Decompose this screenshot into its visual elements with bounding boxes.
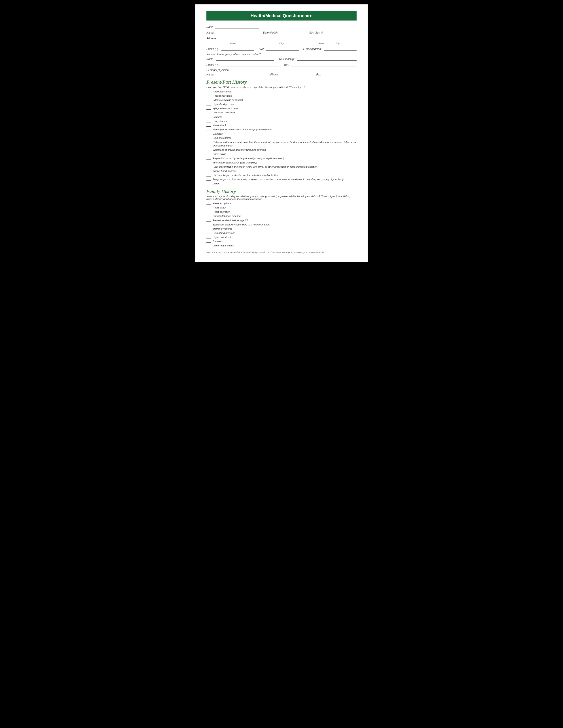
email-label: F-mail address:	[303, 47, 322, 51]
checkbox-blank[interactable]	[206, 235, 211, 238]
item-text: High blood pressure	[212, 102, 235, 106]
item-text: Palpitations or tachycardia (unusually s…	[212, 157, 284, 160]
page: Health/Medical Questionnaire Date: Name:…	[195, 4, 368, 262]
item-text: Seizures	[212, 115, 222, 119]
checkbox-blank[interactable]	[206, 140, 211, 143]
dob-input[interactable]	[280, 31, 305, 34]
checkbox-blank[interactable]	[206, 206, 211, 209]
checkbox-blank[interactable]	[206, 98, 211, 101]
address-sublabels: Street City State Zip	[206, 42, 357, 45]
checkbox-blank[interactable]	[206, 202, 211, 205]
checkbox-blank[interactable]	[206, 161, 211, 164]
checkbox-blank[interactable]	[206, 111, 211, 114]
item-text: Known heart murmur	[212, 169, 236, 173]
family-history-checklist: Heart arrhythmia Heart attack Heart oper…	[206, 202, 357, 247]
checkbox-blank[interactable]	[206, 128, 211, 131]
family-history-title: Family History	[206, 188, 357, 194]
checkbox-blank[interactable]	[206, 165, 211, 168]
em-phone-h-input[interactable]	[221, 63, 279, 66]
date-label: Date:	[206, 25, 213, 28]
emergency-label: In case of emergency, whom may we contac…	[206, 53, 357, 56]
checkbox-blank[interactable]	[206, 210, 211, 213]
dob-label: Date of birth:	[263, 31, 278, 34]
checkbox-blank[interactable]	[206, 124, 211, 127]
item-text: Intermittent claudication (calf cramping…	[212, 161, 257, 164]
em-name-input[interactable]	[216, 57, 274, 61]
phone-h-input[interactable]	[221, 47, 254, 51]
ssn-label: Soc. Sec. #:	[309, 31, 324, 34]
address-input[interactable]	[219, 36, 357, 40]
item-text: Diabetes	[212, 132, 222, 135]
item-text: Orthopnea (the need to sit up to breathe…	[212, 140, 357, 147]
date-input[interactable]	[215, 25, 259, 28]
item-text: Shortness of breath at rest or with mild…	[212, 148, 266, 152]
item-text: Injury to back or knees	[212, 107, 238, 110]
phone-w-input[interactable]	[266, 47, 299, 51]
item-text: Unusual fatigue or shortness of breath w…	[212, 173, 278, 177]
present-past-title: Present/Past History	[206, 79, 357, 85]
phone-email-row: Phone (H): (W): F-mail address:	[206, 47, 357, 51]
em-rel-input[interactable]	[297, 57, 357, 61]
checkbox-blank[interactable]	[206, 231, 211, 234]
item-text: Diabetes	[212, 240, 222, 243]
item-text: Rheumatic fever	[212, 90, 231, 93]
checkbox-blank[interactable]	[206, 173, 211, 176]
item-text: Marfan syndrome	[212, 227, 232, 231]
ssn-input[interactable]	[326, 31, 357, 34]
checkbox-blank[interactable]	[206, 132, 211, 135]
checkbox-blank[interactable]	[206, 136, 211, 139]
list-item: High blood pressure	[206, 102, 357, 106]
name-input[interactable]	[216, 31, 258, 34]
checkbox-blank[interactable]	[206, 219, 211, 222]
item-text: Fainting or dizziness with or without ph…	[212, 128, 272, 131]
em-phone-w-input[interactable]	[292, 63, 357, 66]
checkbox-blank[interactable]	[206, 115, 211, 118]
phys-name-label: Name:	[206, 73, 214, 76]
list-item: Marfan syndrome	[206, 227, 357, 231]
list-item: High cholesterol	[206, 136, 357, 140]
checkbox-blank[interactable]	[206, 119, 211, 122]
phys-row: Name: Phone: Fax:	[206, 73, 357, 76]
item-text: Lung disease	[212, 119, 227, 123]
item-text: Heart attack	[212, 124, 226, 127]
phys-fax-label: Fax:	[316, 73, 321, 76]
list-item: Other major illness ____________________…	[206, 244, 357, 247]
checkbox-blank[interactable]	[206, 244, 211, 247]
address-label: Address:	[206, 37, 217, 40]
checkbox-blank[interactable]	[206, 107, 211, 110]
list-item: Edema (swelling of ankles)	[206, 98, 357, 102]
list-item: Pain, discomfort in the chest, neck, jaw…	[206, 165, 357, 169]
list-item: Temporary loss of visual acuity or speec…	[206, 178, 357, 181]
checkbox-blank[interactable]	[206, 240, 211, 243]
list-item: Heart arrhythmia	[206, 202, 357, 205]
checkbox-blank[interactable]	[206, 152, 211, 155]
list-item: Orthopnea (the need to sit up to breathe…	[206, 140, 357, 147]
checkbox-blank[interactable]	[206, 157, 211, 160]
checkbox-blank[interactable]	[206, 182, 211, 185]
date-row: Date:	[206, 25, 357, 28]
list-item: Low blood pressure	[206, 111, 357, 114]
checkbox-blank[interactable]	[206, 169, 211, 172]
checkbox-blank[interactable]	[206, 94, 211, 97]
list-item: High blood pressure	[206, 231, 357, 235]
checkbox-blank[interactable]	[206, 223, 211, 226]
item-text: Heart arrhythmia	[212, 202, 231, 205]
checkbox-blank[interactable]	[206, 214, 211, 217]
checkbox-blank[interactable]	[206, 102, 211, 105]
checkbox-blank[interactable]	[206, 90, 211, 93]
item-text: Heart operation	[212, 210, 230, 214]
phone-w-label: (W):	[259, 47, 264, 51]
item-text: Premature death before age 50	[212, 219, 248, 222]
checkbox-blank[interactable]	[206, 227, 211, 230]
list-item: Premature death before age 50	[206, 219, 357, 222]
list-item: Other	[206, 182, 357, 185]
phys-fax-input[interactable]	[324, 73, 352, 76]
list-item: Congenital heart disease	[206, 214, 357, 218]
checkbox-blank[interactable]	[206, 178, 211, 181]
list-item: Known heart murmur	[206, 169, 357, 173]
physician-section-label: Personal physician	[206, 69, 357, 72]
phys-name-input[interactable]	[216, 73, 265, 76]
phys-phone-input[interactable]	[281, 73, 312, 76]
email-input[interactable]	[324, 47, 357, 51]
checkbox-blank[interactable]	[206, 148, 211, 151]
